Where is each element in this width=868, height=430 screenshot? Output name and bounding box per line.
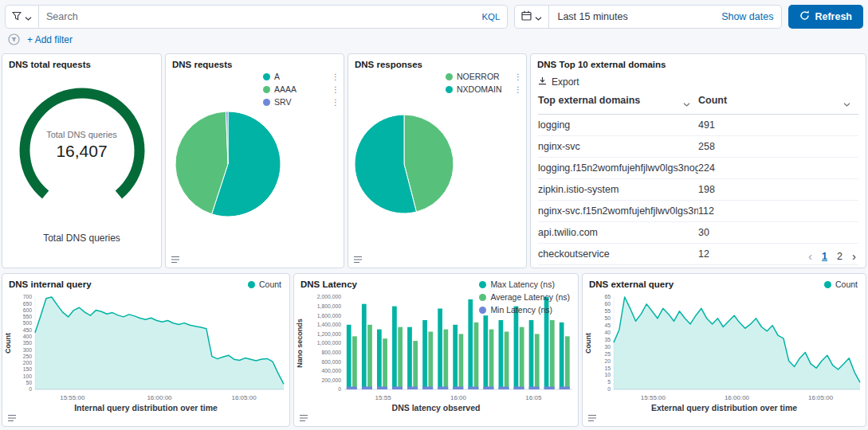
saved-query-menu-button[interactable] <box>5 5 39 29</box>
page-button-2[interactable]: 2 <box>837 251 842 262</box>
legend-toggle-icon[interactable] <box>587 413 597 423</box>
legend-label: Min Latency (ns) <box>490 305 552 315</box>
time-range-label[interactable]: Last 15 minutes <box>557 11 627 22</box>
svg-text:200: 200 <box>23 360 33 366</box>
legend-item-aaaa[interactable]: AAAA⋮ <box>263 84 340 94</box>
svg-text:Count: Count <box>584 333 592 354</box>
query-language-toggle[interactable]: KQL <box>481 12 500 22</box>
column-label: Top external domains <box>538 95 640 106</box>
table-row: api.twilio.com30 <box>538 222 858 244</box>
date-picker-button[interactable] <box>514 5 549 29</box>
legend-item-noerror[interactable]: NOERROR⋮ <box>446 72 522 81</box>
svg-text:300: 300 <box>23 347 33 353</box>
svg-text:30: 30 <box>604 344 611 350</box>
legend-toggle-icon[interactable] <box>7 413 17 423</box>
filter-bar: + Add filter <box>0 29 868 49</box>
legend-options-icon[interactable]: ⋮ <box>327 98 340 107</box>
table-row: logging491 <box>538 115 858 136</box>
panel-dns-responses: DNS responses NOERROR⋮NXDOMAIN⋮ <box>348 53 527 268</box>
legend-item-srv[interactable]: SRV⋮ <box>263 97 340 107</box>
svg-text:200,000: 200,000 <box>321 377 341 383</box>
legend-toggle-icon[interactable] <box>353 255 363 264</box>
legend-item-average-latency-ns-[interactable]: Average Latency (ns) <box>479 292 570 302</box>
svg-text:50: 50 <box>604 315 611 321</box>
svg-text:20: 20 <box>604 358 611 364</box>
svg-text:65: 65 <box>604 294 611 299</box>
show-dates-link[interactable]: Show dates <box>721 11 773 22</box>
legend-label: NOERROR <box>457 72 500 81</box>
gauge-center: Total DNS queries 16,407 <box>2 130 161 161</box>
legend-item-nxdomain[interactable]: NXDOMAIN⋮ <box>446 84 522 94</box>
add-filter-link[interactable]: + Add filter <box>27 34 73 45</box>
legend-toggle-icon[interactable] <box>171 255 180 264</box>
next-page-icon[interactable]: › <box>852 250 856 262</box>
refresh-icon <box>799 10 810 23</box>
gauge-value: 16,407 <box>2 142 161 161</box>
search-input[interactable] <box>46 11 481 22</box>
legend-label: A <box>274 72 280 81</box>
filter-funnel-icon <box>12 11 22 23</box>
svg-text:15:55: 15:55 <box>375 394 392 401</box>
legend-label: Average Latency (ns) <box>490 292 570 302</box>
svg-text:15:55:00: 15:55:00 <box>60 394 85 401</box>
dns-requests-legend: A⋮AAAA⋮SRV⋮ <box>263 72 340 107</box>
legend-item-a[interactable]: A⋮ <box>263 72 340 81</box>
legend-item-count[interactable]: Count <box>824 280 858 289</box>
export-button[interactable]: Export <box>538 76 859 88</box>
filter-options-icon[interactable] <box>8 33 20 45</box>
svg-text:1,800,000: 1,800,000 <box>317 303 341 309</box>
legend-options-icon[interactable]: ⋮ <box>327 85 340 94</box>
x-axis-title: DNS latency observed <box>294 403 578 412</box>
table-row: nginx-svc.f15n2womfujehfjlwv0lgs3no...11… <box>538 201 858 222</box>
export-label: Export <box>552 76 579 88</box>
legend-item-count[interactable]: Count <box>248 280 281 289</box>
x-axis-title: Internal query distribution over time <box>2 403 289 412</box>
legend-label: AAAA <box>274 84 297 94</box>
domain-cell: nginx-svc <box>538 136 698 158</box>
domain-cell: checkoutservice <box>538 244 698 265</box>
legend-item-max-latency-ns-[interactable]: Max Latency (ns) <box>479 280 570 289</box>
svg-text:350: 350 <box>23 340 33 346</box>
count-cell: 224 <box>698 158 858 179</box>
svg-text:0: 0 <box>338 386 341 392</box>
svg-text:15: 15 <box>604 366 611 371</box>
legend-label: Max Latency (ns) <box>490 280 555 289</box>
svg-text:600,000: 600,000 <box>321 359 341 365</box>
legend-label: SRV <box>274 97 291 107</box>
column-header-domains[interactable]: Top external domains <box>538 89 698 115</box>
svg-text:800,000: 800,000 <box>321 350 341 355</box>
dashboard-row-2: DNS internal query Count 050100150200250… <box>0 273 868 427</box>
gauge-footer-label: Total DNS queries <box>2 233 161 244</box>
svg-text:5: 5 <box>607 379 611 385</box>
svg-text:0: 0 <box>607 386 611 392</box>
legend-toggle-icon[interactable] <box>299 413 308 423</box>
calendar-icon <box>521 10 532 23</box>
svg-text:Count: Count <box>4 333 12 354</box>
x-axis-title: External query distribution over time <box>583 403 866 412</box>
svg-text:1,200,000: 1,200,000 <box>317 331 341 337</box>
legend-options-icon[interactable]: ⋮ <box>509 85 522 94</box>
legend-dot <box>263 99 270 106</box>
chevron-down-icon <box>535 11 542 23</box>
svg-text:55: 55 <box>604 308 611 314</box>
svg-text:700: 700 <box>23 294 33 299</box>
sort-chevron-icon <box>683 98 690 109</box>
page-button-1[interactable]: 1 <box>822 251 827 262</box>
svg-text:45: 45 <box>604 322 611 328</box>
refresh-button[interactable]: Refresh <box>788 5 863 29</box>
svg-text:400,000: 400,000 <box>321 368 341 373</box>
svg-text:150: 150 <box>23 366 33 372</box>
legend-dot <box>446 86 453 93</box>
chevron-down-icon <box>25 11 32 23</box>
previous-page-icon[interactable]: ‹ <box>808 250 812 262</box>
legend-dot <box>479 281 486 288</box>
column-header-count[interactable]: Count <box>698 89 858 115</box>
legend-options-icon[interactable]: ⋮ <box>509 72 522 81</box>
legend-dot <box>824 281 831 288</box>
column-label: Count <box>698 95 727 106</box>
svg-text:25: 25 <box>604 351 611 357</box>
count-cell: 491 <box>698 115 858 136</box>
count-cell: 30 <box>698 222 858 244</box>
legend-item-min-latency-ns-[interactable]: Min Latency (ns) <box>479 305 570 315</box>
legend-options-icon[interactable]: ⋮ <box>327 72 340 81</box>
